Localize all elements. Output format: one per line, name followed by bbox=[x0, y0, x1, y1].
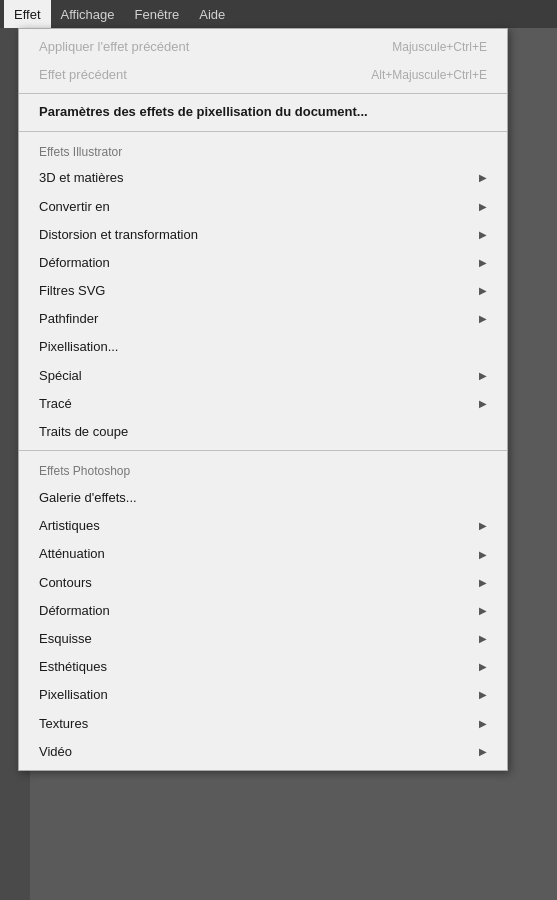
dropdown-section-illustrator: Effets Illustrator 3D et matières ▶ Conv… bbox=[19, 131, 507, 451]
distorsion-transformation-arrow: ▶ bbox=[479, 228, 487, 242]
deformation-photoshop-label: Déformation bbox=[39, 602, 110, 620]
filtres-svg-label: Filtres SVG bbox=[39, 282, 105, 300]
app-background: Effet Affichage Fenêtre Aide Appliquer l… bbox=[0, 0, 557, 900]
menu-bar: Effet Affichage Fenêtre Aide bbox=[0, 0, 557, 28]
pixellisation-settings[interactable]: Paramètres des effets de pixellisation d… bbox=[19, 98, 507, 126]
menu-item-aide[interactable]: Aide bbox=[189, 0, 235, 28]
pixellisation-photoshop-arrow: ▶ bbox=[479, 688, 487, 702]
traits-de-coupe-label: Traits de coupe bbox=[39, 423, 128, 441]
video-arrow: ▶ bbox=[479, 745, 487, 759]
deformation-photoshop[interactable]: Déformation ▶ bbox=[19, 597, 507, 625]
textures[interactable]: Textures ▶ bbox=[19, 710, 507, 738]
3d-matieres[interactable]: 3D et matières ▶ bbox=[19, 164, 507, 192]
galerie-effets-label: Galerie d'effets... bbox=[39, 489, 137, 507]
trace[interactable]: Tracé ▶ bbox=[19, 390, 507, 418]
filtres-svg[interactable]: Filtres SVG ▶ bbox=[19, 277, 507, 305]
galerie-effets[interactable]: Galerie d'effets... bbox=[19, 484, 507, 512]
previous-effect[interactable]: Effet précédent Alt+Majuscule+Ctrl+E bbox=[19, 61, 507, 89]
deformation-photoshop-arrow: ▶ bbox=[479, 604, 487, 618]
contours[interactable]: Contours ▶ bbox=[19, 569, 507, 597]
artistiques-label: Artistiques bbox=[39, 517, 100, 535]
distorsion-transformation[interactable]: Distorsion et transformation ▶ bbox=[19, 221, 507, 249]
deformation-illustrator[interactable]: Déformation ▶ bbox=[19, 249, 507, 277]
previous-effect-shortcut: Alt+Majuscule+Ctrl+E bbox=[371, 67, 487, 84]
contours-label: Contours bbox=[39, 574, 92, 592]
apply-previous-effect[interactable]: Appliquer l'effet précédent Majuscule+Ct… bbox=[19, 33, 507, 61]
contours-arrow: ▶ bbox=[479, 576, 487, 590]
trace-arrow: ▶ bbox=[479, 397, 487, 411]
pathfinder[interactable]: Pathfinder ▶ bbox=[19, 305, 507, 333]
dropdown-section-recent: Appliquer l'effet précédent Majuscule+Ct… bbox=[19, 29, 507, 93]
traits-de-coupe[interactable]: Traits de coupe bbox=[19, 418, 507, 446]
esthetiques-arrow: ▶ bbox=[479, 660, 487, 674]
attenuation[interactable]: Atténuation ▶ bbox=[19, 540, 507, 568]
convertir-en[interactable]: Convertir en ▶ bbox=[19, 193, 507, 221]
esthetiques-label: Esthétiques bbox=[39, 658, 107, 676]
pathfinder-label: Pathfinder bbox=[39, 310, 98, 328]
effet-dropdown: Appliquer l'effet précédent Majuscule+Ct… bbox=[18, 28, 508, 771]
distorsion-transformation-label: Distorsion et transformation bbox=[39, 226, 198, 244]
trace-label: Tracé bbox=[39, 395, 72, 413]
esquisse-arrow: ▶ bbox=[479, 632, 487, 646]
video-label: Vidéo bbox=[39, 743, 72, 761]
esthetiques[interactable]: Esthétiques ▶ bbox=[19, 653, 507, 681]
apply-previous-effect-shortcut: Majuscule+Ctrl+E bbox=[392, 39, 487, 56]
attenuation-label: Atténuation bbox=[39, 545, 105, 563]
3d-matieres-label: 3D et matières bbox=[39, 169, 124, 187]
menu-item-affichage[interactable]: Affichage bbox=[51, 0, 125, 28]
video[interactable]: Vidéo ▶ bbox=[19, 738, 507, 766]
textures-label: Textures bbox=[39, 715, 88, 733]
apply-previous-effect-label: Appliquer l'effet précédent bbox=[39, 38, 189, 56]
pixellisation-photoshop-label: Pixellisation bbox=[39, 686, 108, 704]
deformation-illustrator-arrow: ▶ bbox=[479, 256, 487, 270]
pixellisation-illustrator-label: Pixellisation... bbox=[39, 338, 118, 356]
pathfinder-arrow: ▶ bbox=[479, 312, 487, 326]
pixellisation-settings-label: Paramètres des effets de pixellisation d… bbox=[39, 103, 368, 121]
menu-item-fenetre[interactable]: Fenêtre bbox=[124, 0, 189, 28]
effets-illustrator-label: Effets Illustrator bbox=[19, 136, 507, 165]
dropdown-section-settings: Paramètres des effets de pixellisation d… bbox=[19, 93, 507, 130]
attenuation-arrow: ▶ bbox=[479, 548, 487, 562]
3d-matieres-arrow: ▶ bbox=[479, 171, 487, 185]
filtres-svg-arrow: ▶ bbox=[479, 284, 487, 298]
artistiques-arrow: ▶ bbox=[479, 519, 487, 533]
menu-item-effet[interactable]: Effet bbox=[4, 0, 51, 28]
pixellisation-photoshop[interactable]: Pixellisation ▶ bbox=[19, 681, 507, 709]
special[interactable]: Spécial ▶ bbox=[19, 362, 507, 390]
convertir-en-label: Convertir en bbox=[39, 198, 110, 216]
esquisse[interactable]: Esquisse ▶ bbox=[19, 625, 507, 653]
special-arrow: ▶ bbox=[479, 369, 487, 383]
effets-photoshop-label: Effets Photoshop bbox=[19, 455, 507, 484]
convertir-en-arrow: ▶ bbox=[479, 200, 487, 214]
deformation-illustrator-label: Déformation bbox=[39, 254, 110, 272]
artistiques[interactable]: Artistiques ▶ bbox=[19, 512, 507, 540]
dropdown-section-photoshop: Effets Photoshop Galerie d'effets... Art… bbox=[19, 450, 507, 770]
previous-effect-label: Effet précédent bbox=[39, 66, 127, 84]
special-label: Spécial bbox=[39, 367, 82, 385]
textures-arrow: ▶ bbox=[479, 717, 487, 731]
esquisse-label: Esquisse bbox=[39, 630, 92, 648]
pixellisation-illustrator[interactable]: Pixellisation... bbox=[19, 333, 507, 361]
